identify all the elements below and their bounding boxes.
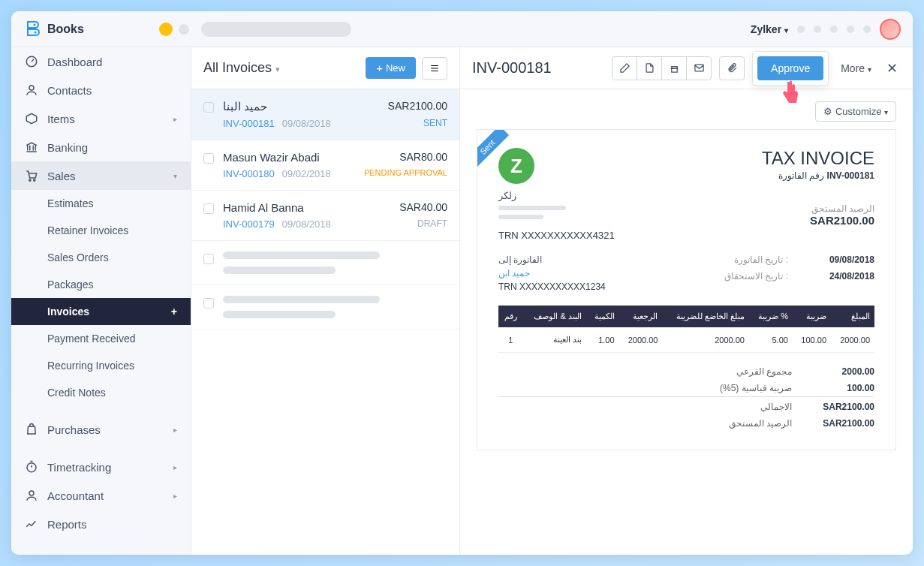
- list-row[interactable]: Masun Wazir AbadiSAR80.00 INV-00018009/0…: [191, 140, 459, 191]
- sidebar-item-label: Banking: [47, 141, 88, 154]
- list-row[interactable]: حميد البناSAR2100.00 INV-00018109/08/201…: [191, 89, 459, 140]
- sidebar-item-contacts[interactable]: Contacts: [11, 76, 191, 104]
- chevron-right-icon: ▸: [173, 115, 177, 123]
- checkbox[interactable]: [203, 203, 214, 214]
- table-header: ضريبة %: [749, 306, 793, 327]
- table-row: 1 بند العينة 1.00 2000.00 2000.00 5.00 1…: [498, 327, 874, 353]
- row-name: Masun Wazir Abadi: [223, 151, 320, 164]
- paperclip-icon: [727, 62, 738, 74]
- new-button[interactable]: +New: [366, 57, 416, 79]
- sidebar-item-sales[interactable]: Sales ▾: [11, 161, 191, 190]
- sidebar-item-sales-orders[interactable]: Sales Orders: [11, 244, 191, 271]
- list-row[interactable]: Hamid Al BannaSAR40.00 INV-00017909/08/2…: [191, 191, 459, 241]
- customize-button[interactable]: ⚙ Customize ▾: [815, 101, 896, 122]
- checkbox[interactable]: [203, 102, 214, 113]
- placeholder-line: [498, 206, 566, 210]
- row-status: PENDING APPROVAL: [364, 168, 447, 179]
- table-header: المبلغ: [831, 306, 874, 327]
- row-status: SENT: [423, 118, 447, 129]
- sidebar-item-packages[interactable]: Packages: [11, 271, 191, 298]
- pdf-icon: [644, 62, 655, 74]
- totals-block: مجموع الفرعي2000.00 ضريبة قياسية (5%)100…: [498, 363, 874, 432]
- mail-button[interactable]: [686, 56, 712, 80]
- sidebar-item-invoices[interactable]: Invoices+: [11, 298, 191, 325]
- sidebar-item-accountant[interactable]: Accountant ▸: [11, 481, 191, 510]
- traffic-lights: [159, 23, 189, 36]
- row-number: INV-000180: [223, 168, 275, 179]
- titlebar: Books Zylker ▾: [11, 11, 913, 47]
- checkbox: [203, 298, 214, 309]
- sidebar-item-credit-notes[interactable]: Credit Notes: [11, 379, 191, 406]
- pdf-button[interactable]: [637, 56, 662, 80]
- table-header: ضريبة: [793, 306, 831, 327]
- table-header: الكمية: [586, 306, 619, 327]
- dot-icon: [797, 26, 805, 33]
- bill-to-trn: TRN XXXXXXXXXXX1234: [498, 281, 606, 292]
- dot-icon: [847, 26, 854, 33]
- row-name: Hamid Al Banna: [223, 201, 304, 214]
- svg-point-7: [29, 491, 34, 495]
- status-ribbon: Sent: [477, 130, 509, 169]
- list-row-placeholder: [191, 241, 459, 285]
- printer-icon: [669, 62, 680, 74]
- chevron-right-icon: ▸: [173, 463, 177, 471]
- invoice-list-panel: All Invoices ▾ +New حميد البناSAR2100.00…: [191, 47, 460, 555]
- bag-icon: [25, 423, 38, 436]
- print-button[interactable]: [661, 56, 687, 80]
- sidebar-item-items[interactable]: Items ▸: [11, 104, 191, 133]
- menu-icon: [429, 63, 440, 74]
- sidebar-item-label: Dashboard: [47, 56, 102, 68]
- line-items-table: رقمالبند & الوصفالكميةالرجعيةمبلغ الخاضع…: [498, 306, 874, 353]
- row-number: INV-000181: [223, 118, 275, 129]
- sidebar-item-label: Timetracking: [47, 461, 111, 474]
- pencil-icon: [619, 62, 631, 74]
- sidebar-item-reports[interactable]: Reports: [11, 510, 191, 538]
- sidebar-item-payment-received[interactable]: Payment Received: [11, 325, 191, 352]
- invoice-number: رقم الفاتورة INV-000181: [762, 170, 874, 181]
- plus-icon[interactable]: +: [171, 306, 177, 318]
- svg-point-5: [34, 179, 35, 181]
- list-title[interactable]: All Invoices ▾: [203, 60, 280, 76]
- sidebar-item-timetracking[interactable]: Timetracking ▸: [11, 453, 191, 481]
- sidebar: Dashboard Contacts Items ▸ Banking Sales…: [11, 47, 191, 555]
- search-placeholder[interactable]: [201, 22, 351, 37]
- pointer-icon: [780, 80, 801, 106]
- sidebar-item-label: Accountant: [47, 489, 104, 502]
- table-header: الرجعية: [619, 306, 663, 327]
- row-amount: SAR80.00: [399, 151, 447, 164]
- checkbox[interactable]: [203, 153, 214, 164]
- person-icon: [25, 489, 38, 502]
- balance-due-amount: SAR2100.00: [762, 214, 874, 227]
- sidebar-item-recurring[interactable]: Recurring Invoices: [11, 352, 191, 379]
- list-options-button[interactable]: [422, 57, 447, 80]
- sidebar-item-estimates[interactable]: Estimates: [11, 190, 191, 217]
- attach-button[interactable]: [719, 56, 745, 80]
- due-date: 24/08/2018: [818, 271, 874, 281]
- avatar[interactable]: [880, 19, 901, 40]
- sidebar-item-banking[interactable]: Banking: [11, 133, 191, 161]
- close-button[interactable]: ✕: [883, 57, 901, 80]
- approve-button[interactable]: Approve: [757, 56, 823, 80]
- svg-point-3: [29, 86, 34, 90]
- list-row-placeholder: [191, 285, 459, 330]
- svg-rect-8: [671, 68, 677, 72]
- invoice-preview: Sent Z زلكر TRN XXXXXXXXXXX4321: [477, 129, 896, 450]
- invoice-detail-panel: INV-000181 Approve More ▾ ✕: [460, 47, 913, 555]
- cart-icon: [25, 169, 38, 182]
- sidebar-item-dashboard[interactable]: Dashboard: [11, 47, 191, 76]
- row-date: 09/08/2018: [282, 118, 331, 129]
- edit-button[interactable]: [612, 56, 637, 80]
- app-logo: Books: [23, 20, 84, 38]
- sidebar-item-purchases[interactable]: Purchases ▸: [11, 415, 191, 444]
- checkbox: [203, 254, 214, 264]
- tag-icon: [25, 112, 38, 125]
- table-header: رقم: [498, 306, 522, 327]
- org-switcher[interactable]: Zylker ▾: [751, 23, 788, 35]
- invoice-date: 09/08/2018: [818, 254, 874, 265]
- sidebar-item-retainer[interactable]: Retainer Invoices: [11, 217, 191, 244]
- more-button[interactable]: More ▾: [836, 58, 876, 79]
- org-name-label: زلكر: [498, 190, 615, 201]
- books-logo-icon: [23, 20, 41, 38]
- sidebar-item-label: Items: [47, 113, 75, 125]
- dot-icon: [179, 24, 189, 35]
